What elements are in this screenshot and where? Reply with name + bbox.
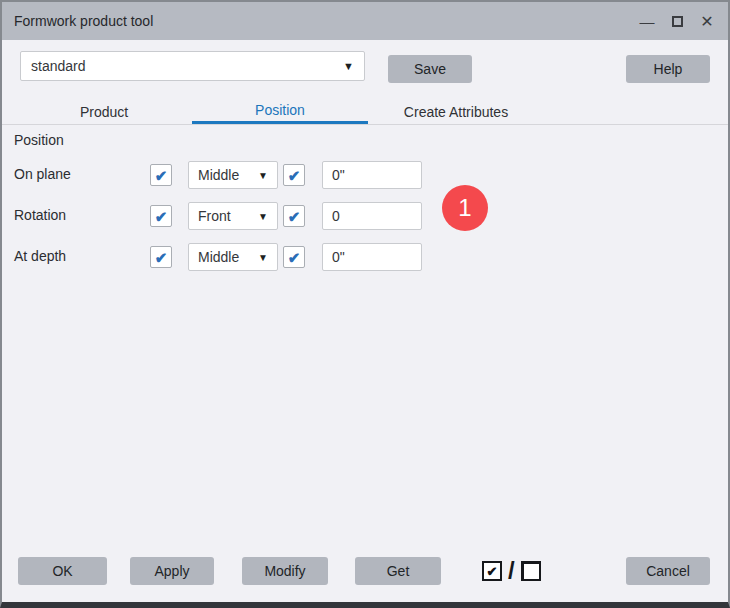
uncheck-all-icon[interactable] (521, 561, 541, 581)
checkmark-icon: ✔ (487, 565, 498, 578)
chevron-down-icon: ▼ (343, 60, 354, 72)
on-plane-enable-checkbox[interactable]: ✔ (150, 164, 172, 186)
at-depth-select[interactable]: Middle ▼ (188, 243, 278, 271)
rotation-select-value: Front (198, 208, 231, 224)
checkmark-icon: ✔ (155, 209, 168, 224)
rotation-offset-checkbox[interactable]: ✔ (283, 205, 305, 227)
tabs-divider (2, 124, 728, 125)
tab-bar: Product Position Create Attributes (16, 99, 544, 124)
help-button[interactable]: Help (626, 55, 710, 83)
section-title-position: Position (14, 132, 64, 148)
on-plane-select-value: Middle (198, 167, 239, 183)
at-depth-offset-checkbox[interactable]: ✔ (283, 246, 305, 268)
toggle-all-checkboxes-control: ✔ / (482, 558, 541, 584)
cancel-button[interactable]: Cancel (626, 557, 710, 585)
rotation-label: Rotation (14, 207, 66, 223)
preset-combobox-value: standard (31, 58, 85, 74)
check-all-icon[interactable]: ✔ (482, 561, 502, 581)
checkmark-icon: ✔ (288, 250, 301, 265)
chevron-down-icon: ▼ (258, 211, 268, 222)
at-depth-offset-input[interactable] (322, 243, 422, 271)
preset-combobox[interactable]: standard ▼ (20, 51, 365, 81)
annotation-badge-1: 1 (442, 185, 488, 231)
at-depth-select-value: Middle (198, 249, 239, 265)
annotation-badge-number: 1 (458, 194, 471, 222)
rotation-select[interactable]: Front ▼ (188, 202, 278, 230)
modify-button[interactable]: Modify (242, 557, 328, 585)
minimize-button[interactable]: — (632, 2, 662, 40)
on-plane-label: On plane (14, 166, 71, 182)
checkmark-icon: ✔ (155, 250, 168, 265)
close-icon: ✕ (700, 12, 713, 31)
on-plane-offset-input[interactable] (322, 161, 422, 189)
get-button[interactable]: Get (355, 557, 441, 585)
on-plane-offset-checkbox[interactable]: ✔ (283, 164, 305, 186)
checkmark-icon: ✔ (288, 209, 301, 224)
apply-button[interactable]: Apply (130, 557, 214, 585)
checkmark-icon: ✔ (155, 168, 168, 183)
maximize-button[interactable] (662, 2, 692, 40)
close-button[interactable]: ✕ (692, 2, 722, 40)
formwork-product-tool-dialog: Formwork product tool — ✕ standard ▼ Sav… (0, 0, 730, 608)
on-plane-select[interactable]: Middle ▼ (188, 161, 278, 189)
tab-create-attributes[interactable]: Create Attributes (368, 99, 544, 124)
chevron-down-icon: ▼ (258, 170, 268, 181)
titlebar[interactable]: Formwork product tool — ✕ (2, 2, 728, 40)
ok-button[interactable]: OK (18, 557, 107, 585)
tab-product[interactable]: Product (16, 99, 192, 124)
rotation-enable-checkbox[interactable]: ✔ (150, 205, 172, 227)
toggle-slash: / (508, 557, 515, 585)
maximize-icon (672, 16, 683, 27)
window-controls: — ✕ (632, 2, 722, 40)
rotation-offset-input[interactable] (322, 202, 422, 230)
at-depth-enable-checkbox[interactable]: ✔ (150, 246, 172, 268)
at-depth-label: At depth (14, 248, 66, 264)
window-title: Formwork product tool (14, 13, 153, 29)
minimize-icon: — (640, 13, 655, 30)
checkmark-icon: ✔ (288, 168, 301, 183)
save-button[interactable]: Save (388, 55, 472, 83)
tab-position[interactable]: Position (192, 99, 368, 124)
chevron-down-icon: ▼ (258, 252, 268, 263)
